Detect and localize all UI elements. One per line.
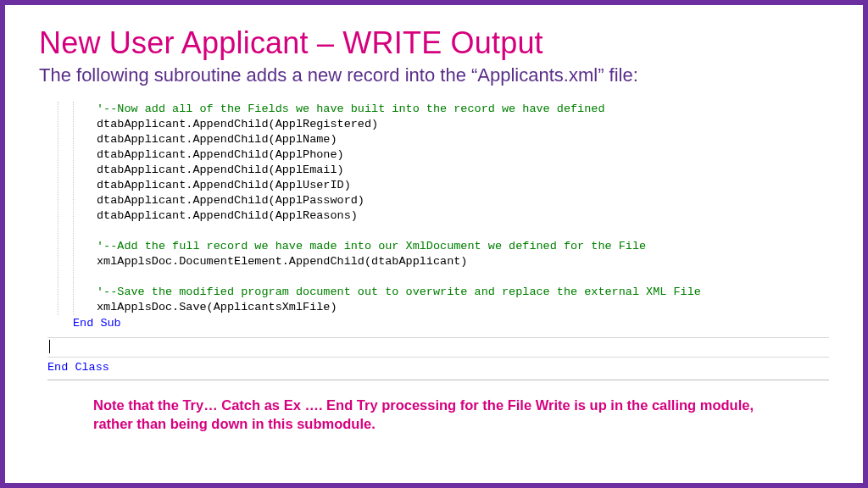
code-comment: '--Now add all of the Fields we have bui…: [97, 103, 605, 115]
code-line: dtabApplicant.AppendChild(ApplPhone): [97, 148, 344, 161]
code-line: dtabApplicant.AppendChild(ApplEmail): [97, 164, 344, 176]
code-block: '--Now add all of the Fields we have bui…: [47, 98, 829, 380]
code-line: dtabApplicant.AppendChild(ApplName): [97, 133, 337, 146]
footnote: Note that the Try… Catch as Ex …. End Tr…: [93, 396, 770, 433]
slide-title: New User Applicant – WRITE Output: [39, 25, 829, 61]
slide-subtitle: The following subroutine adds a new reco…: [39, 64, 829, 86]
code-line: dtabApplicant.AppendChild(ApplReasons): [97, 209, 358, 222]
code-lines: '--Now add all of the Fields we have bui…: [97, 102, 829, 315]
code-line: xmlApplsDoc.DocumentElement.AppendChild(…: [97, 255, 467, 268]
code-keyword-endsub: End Sub: [73, 317, 121, 330]
text-caret: [49, 340, 50, 353]
code-line: xmlApplsDoc.Save(ApplicantsXmlFile): [97, 301, 337, 313]
code-line: dtabApplicant.AppendChild(ApplPassword): [97, 194, 364, 207]
code-keyword-endclass: End Class: [47, 361, 109, 374]
code-line: dtabApplicant.AppendChild(ApplRegistered…: [97, 118, 378, 130]
code-comment: '--Save the modified program document ou…: [97, 286, 701, 298]
code-line: dtabApplicant.AppendChild(ApplUserID): [97, 179, 351, 191]
slide: New User Applicant – WRITE Output The fo…: [0, 0, 868, 488]
indent-guides: [47, 102, 97, 315]
code-comment: '--Add the full record we have made into…: [97, 240, 646, 252]
